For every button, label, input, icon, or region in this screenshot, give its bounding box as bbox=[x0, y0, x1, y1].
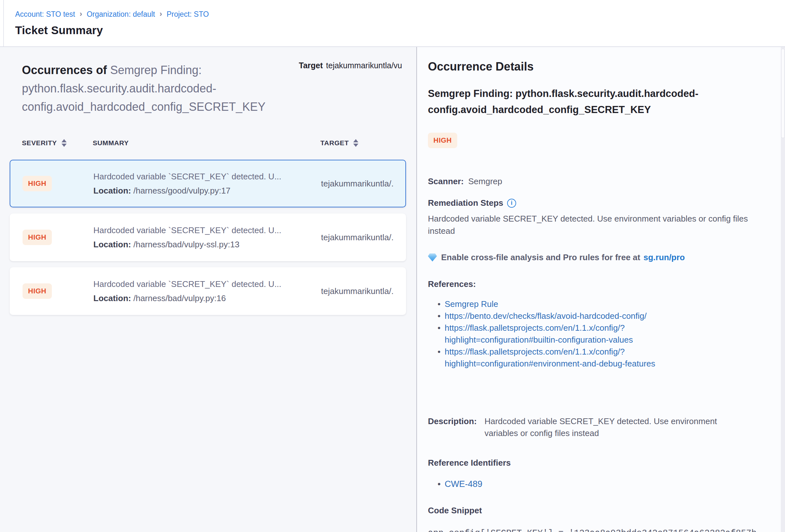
occurrence-location-label: Location: bbox=[93, 294, 133, 303]
scrollbar-thumb[interactable] bbox=[781, 49, 785, 138]
scanner-value: Semgrep bbox=[468, 176, 502, 186]
target-value: tejakummarikuntla/vu bbox=[326, 61, 402, 70]
occurrence-location-value: /harness/bad/vulpy-ssl.py:13 bbox=[133, 239, 239, 249]
remediation-steps-text: Remediation Steps bbox=[428, 198, 503, 208]
sg-run-pro-link[interactable]: sg.run/pro bbox=[643, 252, 685, 262]
reference-identifiers-label: Reference Identifiers bbox=[428, 458, 772, 468]
occurrence-row-selected[interactable]: HIGH Hardcoded variable `SECRET_KEY` det… bbox=[10, 160, 406, 207]
breadcrumb-project-link[interactable]: Project: STO bbox=[167, 10, 209, 19]
column-header-severity[interactable]: SEVERITY bbox=[22, 139, 93, 147]
occurrence-summary: Hardcoded variable `SECRET_KEY` detected… bbox=[93, 169, 321, 198]
references-list: Semgrep Rule https://bento.dev/checks/fl… bbox=[428, 298, 772, 370]
occurrence-location-value: /harness/good/vulpy.py:17 bbox=[133, 186, 231, 196]
occurrence-row[interactable]: HIGH Hardcoded variable `SECRET_KEY` det… bbox=[10, 267, 406, 315]
description-label: Description: bbox=[428, 415, 477, 439]
reference-item: Semgrep Rule bbox=[428, 298, 772, 310]
reference-link[interactable]: https://flask.palletsprojects.com/en/1.1… bbox=[445, 347, 655, 369]
content-split: Occurrences of Semgrep Finding: python.f… bbox=[0, 47, 785, 532]
target-summary: Targettejakummarikuntla/vu bbox=[299, 61, 416, 70]
occurrence-summary-text: Hardcoded variable `SECRET_KEY` detected… bbox=[93, 169, 321, 183]
occurrences-list: HIGH Hardcoded variable `SECRET_KEY` det… bbox=[10, 160, 406, 315]
chevron-right-icon: › bbox=[79, 9, 82, 18]
severity-badge: HIGH bbox=[23, 283, 52, 299]
semgrep-rule-link[interactable]: Semgrep Rule bbox=[445, 299, 498, 309]
occurrence-location-label: Location: bbox=[93, 186, 133, 196]
code-snippet: app.config['SECRET_KEY'] = '123aa8a93bdd… bbox=[428, 529, 772, 532]
details-heading: Occurrence Details bbox=[428, 60, 772, 73]
occurrence-location-value: /harness/bad/vulpy.py:16 bbox=[133, 294, 226, 303]
gem-icon bbox=[428, 253, 437, 261]
occurrences-heading-prefix: Occurrences of bbox=[22, 64, 110, 77]
reference-item: https://bento.dev/checks/flask/avoid-har… bbox=[428, 310, 772, 322]
severity-badge: HIGH bbox=[23, 176, 52, 191]
references-label: References: bbox=[428, 279, 772, 289]
occurrence-summary-text: Hardcoded variable `SECRET_KEY` detected… bbox=[93, 277, 321, 291]
code-snippet-label: Code Snippet bbox=[428, 506, 772, 515]
occurrence-target: tejakummarikuntla/. bbox=[321, 232, 405, 243]
occurrence-summary: Hardcoded variable `SECRET_KEY` detected… bbox=[93, 223, 321, 252]
vertical-scrollbar[interactable] bbox=[781, 47, 785, 532]
reference-item: https://flask.palletsprojects.com/en/1.1… bbox=[428, 322, 772, 346]
semgrep-pro-promo: Enable cross-file analysis and Pro rules… bbox=[428, 252, 772, 262]
occurrence-target: tejakummarikuntla/. bbox=[321, 286, 405, 296]
occurrence-details-panel: Occurrence Details Semgrep Finding: pyth… bbox=[417, 47, 785, 532]
column-header-summary-label: SUMMARY bbox=[93, 139, 129, 147]
remediation-steps-label: Remediation Steps bbox=[428, 198, 772, 208]
info-icon[interactable] bbox=[507, 199, 516, 208]
page-header: Account: STO test › Organization: defaul… bbox=[0, 0, 785, 47]
occurrences-panel: Occurrences of Semgrep Finding: python.f… bbox=[0, 47, 417, 532]
target-label: Target bbox=[299, 61, 323, 70]
breadcrumb: Account: STO test › Organization: defaul… bbox=[15, 10, 785, 19]
occurrences-table-header: SEVERITY SUMMARY TARGET bbox=[10, 139, 416, 147]
severity-badge: HIGH bbox=[23, 230, 52, 245]
occurrence-row[interactable]: HIGH Hardcoded variable `SECRET_KEY` det… bbox=[10, 213, 406, 261]
details-finding-title: Semgrep Finding: python.flask.security.a… bbox=[428, 86, 750, 118]
scanner-row: Scanner:Semgrep bbox=[428, 176, 772, 186]
description-text: Hardcoded variable SECRET_KEY detected. … bbox=[485, 415, 736, 439]
chevron-right-icon: › bbox=[159, 9, 162, 18]
occurrence-summary-text: Hardcoded variable `SECRET_KEY` detected… bbox=[93, 223, 321, 237]
column-header-target-label: TARGET bbox=[320, 139, 349, 147]
promo-text: Enable cross-file analysis and Pro rules… bbox=[441, 252, 640, 262]
occurrence-location-label: Location: bbox=[93, 239, 133, 249]
reference-identifiers-list: CWE-489 bbox=[428, 478, 772, 490]
sort-icon[interactable] bbox=[353, 139, 358, 147]
column-header-summary: SUMMARY bbox=[93, 139, 320, 147]
column-header-target[interactable]: TARGET bbox=[320, 139, 416, 147]
reference-link[interactable]: https://bento.dev/checks/flask/avoid-har… bbox=[445, 311, 647, 321]
scanner-label: Scanner: bbox=[428, 176, 464, 186]
remediation-text: Hardcoded variable SECRET_KEY detected. … bbox=[428, 212, 756, 237]
description-row: Description: Hardcoded variable SECRET_K… bbox=[428, 415, 772, 439]
reference-item: https://flask.palletsprojects.com/en/1.1… bbox=[428, 346, 772, 370]
breadcrumb-account-link[interactable]: Account: STO test bbox=[15, 10, 75, 19]
severity-badge: HIGH bbox=[428, 133, 457, 148]
sort-icon[interactable] bbox=[61, 139, 67, 147]
cwe-link[interactable]: CWE-489 bbox=[445, 479, 482, 489]
occurrences-heading: Occurrences of Semgrep Finding: python.f… bbox=[22, 61, 299, 116]
page-title: Ticket Summary bbox=[15, 24, 785, 37]
breadcrumb-organization-link[interactable]: Organization: default bbox=[86, 10, 155, 19]
column-header-severity-label: SEVERITY bbox=[22, 139, 57, 147]
reference-link[interactable]: https://flask.palletsprojects.com/en/1.1… bbox=[445, 323, 633, 345]
occurrence-target: tejakummarikuntla/. bbox=[321, 179, 405, 189]
reference-identifier-item: CWE-489 bbox=[428, 478, 772, 490]
occurrence-summary: Hardcoded variable `SECRET_KEY` detected… bbox=[93, 277, 321, 305]
